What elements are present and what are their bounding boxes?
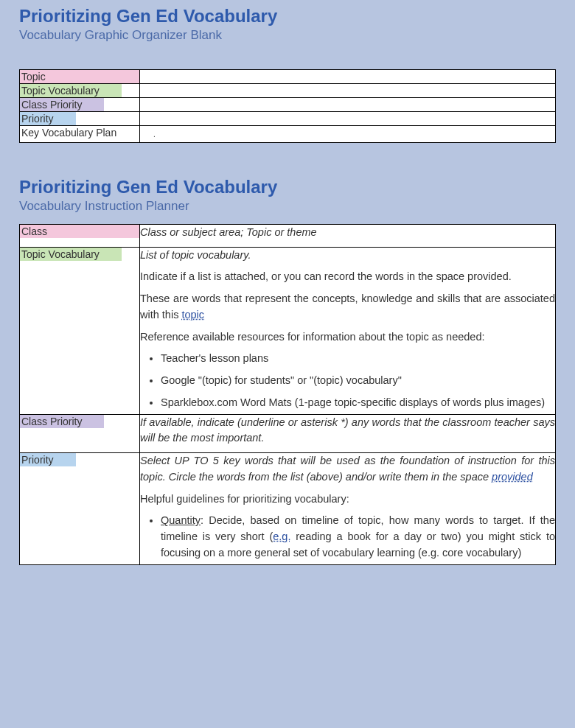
section1-title: Prioritizing Gen Ed Vocabulary: [19, 6, 556, 27]
label-topic-vocab-2: Topic Vocabulary: [20, 248, 122, 261]
table-row: Priority: [20, 112, 556, 126]
pr-line-2: Helpful guidelines for prioritizing voca…: [140, 491, 555, 508]
table-row: Topic Vocabulary: [20, 84, 556, 98]
instruction-planner-table: Class Class or subject area; Topic or th…: [19, 224, 556, 565]
link-provided: provided: [492, 471, 533, 483]
table-row: Class Priority: [20, 98, 556, 112]
blank-topic-vocab-value: [140, 84, 555, 97]
section2-title: Prioritizing Gen Ed Vocabulary: [19, 177, 556, 197]
label-class: Class: [20, 225, 139, 238]
tv-intro: List of topic vocabulary.: [140, 248, 555, 264]
link-eg: e.g.: [273, 531, 290, 542]
label-class-priority: Class Priority: [20, 98, 104, 111]
list-item: Teacher's lesson plans: [161, 351, 555, 367]
label-priority: Priority: [20, 112, 76, 125]
table-row: Class Class or subject area; Topic or th…: [20, 224, 556, 247]
tv-line-3: Reference available resources for inform…: [140, 329, 555, 346]
table-row: Class Priority If available, indicate (u…: [20, 414, 556, 453]
label-class-priority-2: Class Priority: [20, 415, 104, 428]
organizer-blank-table: Topic Topic Vocabulary Class Priority Pr…: [19, 69, 556, 143]
tv-line-2a: Indicate if a list is attached, or you c…: [140, 269, 555, 285]
list-item: Google "(topic) for students" or "(topic…: [161, 373, 555, 389]
table-row: Topic Vocabulary List of topic vocabular…: [20, 247, 556, 414]
label-key-plan: Key Vocabulary Plan: [20, 126, 139, 139]
blank-priority-value: [140, 112, 555, 125]
label-priority-2: Priority: [20, 453, 76, 466]
cp-desc: If available, indicate (underline or ast…: [140, 415, 555, 447]
tv-bullets: Teacher's lesson plans Google "(topic) f…: [140, 351, 555, 410]
pr-line-1: Select UP TO 5 key words that will be us…: [140, 453, 555, 486]
list-item: Sparklebox.com Word Mats (1-page topic-s…: [161, 395, 555, 411]
blank-class-priority-value: [140, 98, 555, 111]
key-plan-dot: .: [140, 129, 156, 140]
link-topic: topic: [181, 309, 204, 321]
section1-subtitle: Vocabulary Graphic Organizer Blank: [19, 28, 556, 43]
label-topic-vocab: Topic Vocabulary: [20, 84, 122, 97]
tv-line-2b: These are words that represent the conce…: [140, 291, 555, 323]
list-item: Quantity: Decide, based on timeline of t…: [161, 513, 555, 561]
table-row: Topic: [20, 70, 556, 84]
table-row: Key Vocabulary Plan .: [20, 126, 556, 143]
label-topic: Topic: [20, 70, 139, 83]
pr-bullets: Quantity: Decide, based on timeline of t…: [140, 513, 555, 561]
class-desc: Class or subject area; Topic or theme: [140, 225, 555, 241]
section2-subtitle: Vocabulary Instruction Planner: [19, 199, 556, 214]
quantity-lead: Quantity: [161, 514, 201, 526]
table-row: Priority Select UP TO 5 key words that w…: [20, 453, 556, 565]
blank-topic-value: [140, 70, 555, 83]
